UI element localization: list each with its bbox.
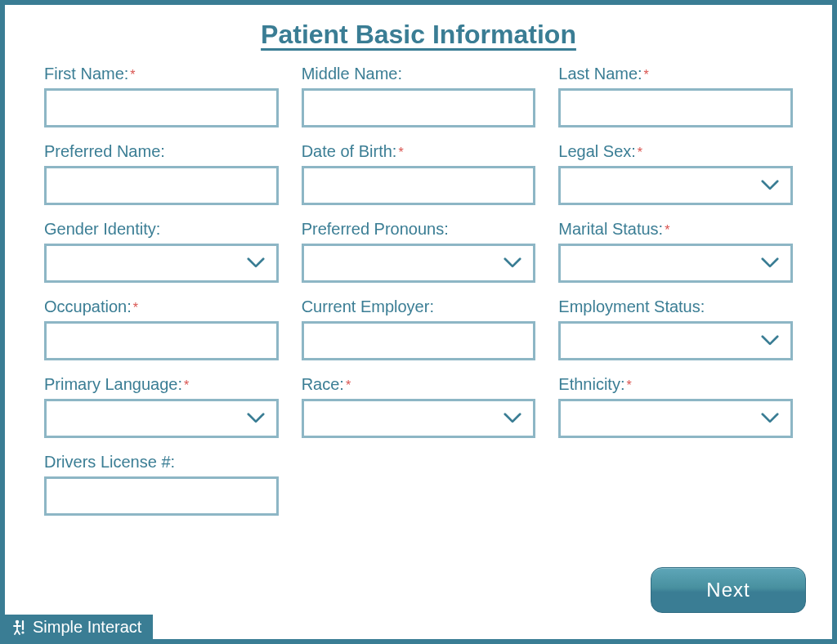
next-button-label: Next: [706, 579, 750, 602]
field-preferred-pronouns: Preferred Pronouns:: [302, 220, 536, 283]
label-text: Employment Status:: [558, 297, 705, 316]
label-text: Preferred Name:: [44, 142, 165, 161]
svg-point-1: [21, 631, 24, 633]
field-primary-language: Primary Language: *: [44, 375, 279, 438]
label-first-name: First Name: *: [44, 65, 279, 83]
label-primary-language: Primary Language: *: [44, 375, 279, 394]
required-mark: *: [626, 378, 631, 393]
chevron-down-icon: [761, 334, 779, 346]
label-employment-status: Employment Status:: [558, 297, 793, 316]
required-mark: *: [130, 68, 135, 83]
date-of-birth-input[interactable]: [302, 166, 536, 205]
field-drivers-license: Drivers License #:: [44, 453, 279, 516]
race-select[interactable]: [302, 399, 536, 438]
first-name-input[interactable]: [44, 88, 279, 127]
label-text: First Name:: [44, 65, 128, 83]
label-text: Middle Name:: [302, 65, 402, 83]
middle-name-input[interactable]: [302, 88, 536, 127]
brand-icon: [11, 619, 28, 635]
label-occupation: Occupation: *: [44, 297, 279, 316]
chevron-down-icon: [247, 412, 265, 423]
label-text: Gender Identity:: [44, 220, 160, 239]
chevron-down-icon: [247, 257, 265, 268]
app-frame: Patient Basic Information First Name: * …: [0, 0, 837, 644]
brand-footer: Simple Interact: [5, 615, 153, 639]
required-mark: *: [644, 68, 649, 83]
chevron-down-icon: [761, 257, 779, 268]
occupation-input[interactable]: [44, 321, 279, 360]
label-legal-sex: Legal Sex: *: [558, 142, 793, 161]
label-text: Last Name:: [558, 65, 642, 83]
label-ethnicity: Ethnicity: *: [558, 375, 793, 394]
field-occupation: Occupation: *: [44, 297, 279, 360]
field-middle-name: Middle Name:: [302, 65, 536, 127]
field-marital-status: Marital Status: *: [558, 220, 793, 283]
legal-sex-select[interactable]: [558, 166, 793, 205]
field-gender-identity: Gender Identity:: [44, 220, 279, 283]
label-text: Drivers License #:: [44, 453, 175, 472]
required-mark: *: [665, 223, 669, 238]
label-drivers-license: Drivers License #:: [44, 453, 279, 472]
preferred-pronouns-select[interactable]: [302, 244, 536, 283]
next-button[interactable]: Next: [651, 567, 806, 613]
employment-status-select[interactable]: [558, 321, 793, 360]
field-preferred-name: Preferred Name:: [44, 142, 279, 205]
label-race: Race: *: [302, 375, 536, 394]
label-text: Marital Status:: [558, 220, 663, 239]
required-mark: *: [346, 378, 351, 393]
marital-status-select[interactable]: [558, 244, 793, 283]
label-text: Current Employer:: [302, 297, 434, 316]
last-name-input[interactable]: [558, 88, 793, 127]
label-text: Race:: [302, 375, 344, 394]
chevron-down-icon: [504, 257, 521, 268]
label-last-name: Last Name: *: [558, 65, 793, 83]
current-employer-input[interactable]: [302, 321, 536, 360]
field-current-employer: Current Employer:: [302, 297, 536, 360]
label-text: Preferred Pronouns:: [302, 220, 449, 239]
required-mark: *: [398, 145, 403, 160]
field-date-of-birth: Date of Birth: *: [302, 142, 536, 205]
field-legal-sex: Legal Sex: *: [558, 142, 793, 205]
brand-text: Simple Interact: [33, 618, 141, 637]
field-first-name: First Name: *: [44, 65, 279, 127]
label-text: Date of Birth:: [302, 142, 397, 161]
page-title: Patient Basic Information: [5, 5, 832, 55]
gender-identity-select[interactable]: [44, 244, 279, 283]
label-gender-identity: Gender Identity:: [44, 220, 279, 239]
ethnicity-select[interactable]: [558, 399, 793, 438]
field-race: Race: *: [302, 375, 536, 438]
label-date-of-birth: Date of Birth: *: [302, 142, 536, 161]
label-marital-status: Marital Status: *: [558, 220, 793, 239]
form-grid: First Name: * Middle Name: Last Name: * …: [5, 55, 832, 516]
drivers-license-input[interactable]: [44, 476, 279, 516]
label-text: Primary Language:: [44, 375, 182, 394]
label-text: Occupation:: [44, 297, 132, 316]
field-last-name: Last Name: *: [558, 65, 793, 127]
chevron-down-icon: [761, 179, 779, 190]
required-mark: *: [638, 145, 642, 160]
label-text: Legal Sex:: [558, 142, 636, 161]
chevron-down-icon: [761, 412, 779, 423]
label-text: Ethnicity:: [558, 375, 624, 394]
primary-language-select[interactable]: [44, 399, 279, 438]
label-preferred-name: Preferred Name:: [44, 142, 279, 161]
label-preferred-pronouns: Preferred Pronouns:: [302, 220, 536, 239]
field-employment-status: Employment Status:: [558, 297, 793, 360]
preferred-name-input[interactable]: [44, 166, 279, 205]
label-middle-name: Middle Name:: [302, 65, 536, 83]
required-mark: *: [184, 378, 189, 393]
label-current-employer: Current Employer:: [302, 297, 536, 316]
chevron-down-icon: [504, 412, 521, 423]
field-ethnicity: Ethnicity: *: [558, 375, 793, 438]
required-mark: *: [133, 301, 138, 315]
